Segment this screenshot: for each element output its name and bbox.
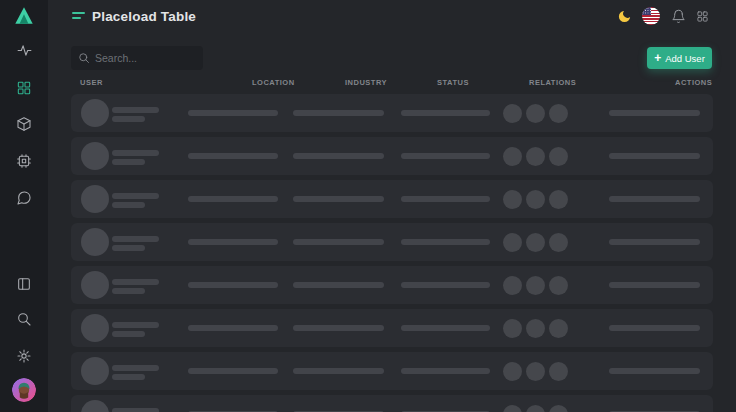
name-placeholder xyxy=(112,322,159,328)
relation-dot-placeholder xyxy=(526,233,545,252)
column-header-relations: RELATIONS xyxy=(529,78,576,87)
industry-placeholder xyxy=(293,325,384,331)
location-placeholder xyxy=(188,153,278,159)
search-input[interactable] xyxy=(71,46,203,70)
relation-dot-placeholder xyxy=(503,276,522,295)
main-content: + Add User USER LOCATION INDUSTRY STATUS… xyxy=(48,32,736,412)
actions-placeholder xyxy=(609,110,700,116)
chip-icon[interactable] xyxy=(12,149,36,173)
table-row xyxy=(71,180,713,218)
relation-dot-placeholder xyxy=(549,233,568,252)
relations-placeholder-group xyxy=(503,104,568,123)
name-placeholder xyxy=(112,365,159,371)
subtitle-placeholder xyxy=(112,374,145,380)
relations-placeholder-group xyxy=(503,190,568,209)
location-placeholder xyxy=(188,368,278,374)
activity-icon[interactable] xyxy=(12,38,36,62)
table-row xyxy=(71,266,713,304)
avatar-placeholder xyxy=(81,400,109,412)
relation-dot-placeholder xyxy=(526,319,545,338)
industry-placeholder xyxy=(293,368,384,374)
top-header: Placeload Table xyxy=(48,0,736,32)
dashboard-grid-icon[interactable] xyxy=(12,76,36,100)
actions-placeholder xyxy=(609,325,700,331)
moon-theme-icon[interactable] xyxy=(616,0,632,32)
name-placeholder xyxy=(112,236,159,242)
relation-dot-placeholder xyxy=(549,319,568,338)
name-placeholder xyxy=(112,408,159,412)
actions-placeholder xyxy=(609,282,700,288)
apps-grid-icon[interactable] xyxy=(695,0,709,32)
name-placeholder xyxy=(112,193,159,199)
relation-dot-placeholder xyxy=(549,362,568,381)
column-header-actions: ACTIONS xyxy=(675,78,712,87)
avatar-placeholder xyxy=(81,185,109,213)
relation-dot-placeholder xyxy=(503,405,522,412)
name-placeholder xyxy=(112,279,159,285)
avatar-placeholder xyxy=(81,99,109,127)
industry-placeholder xyxy=(293,282,384,288)
relations-placeholder-group xyxy=(503,276,568,295)
app-logo-icon[interactable] xyxy=(13,5,35,27)
cube-icon[interactable] xyxy=(12,112,36,136)
actions-placeholder xyxy=(609,239,700,245)
relation-dot-placeholder xyxy=(549,276,568,295)
relation-dot-placeholder xyxy=(503,362,522,381)
avatar-placeholder xyxy=(81,314,109,342)
us-flag-language-icon[interactable] xyxy=(642,0,660,32)
subtitle-placeholder xyxy=(112,116,145,122)
subtitle-placeholder xyxy=(112,288,145,294)
sidebar-search-icon[interactable] xyxy=(12,307,36,331)
relations-placeholder-group xyxy=(503,319,568,338)
relation-dot-placeholder xyxy=(526,362,545,381)
industry-placeholder xyxy=(293,110,384,116)
location-placeholder xyxy=(188,282,278,288)
plus-icon: + xyxy=(654,52,661,64)
add-user-button[interactable]: + Add User xyxy=(647,47,712,69)
relation-dot-placeholder xyxy=(526,104,545,123)
industry-placeholder xyxy=(293,153,384,159)
relation-dot-placeholder xyxy=(503,147,522,166)
avatar-placeholder xyxy=(81,271,109,299)
avatar-placeholder xyxy=(81,142,109,170)
table-row xyxy=(71,94,713,132)
column-header-location: LOCATION xyxy=(252,78,295,87)
panels-layout-icon[interactable] xyxy=(12,272,36,296)
relation-dot-placeholder xyxy=(549,405,568,412)
sidebar-user-avatar[interactable] xyxy=(12,378,36,402)
subtitle-placeholder xyxy=(112,202,145,208)
bell-notifications-icon[interactable] xyxy=(670,0,686,32)
settings-gear-icon[interactable] xyxy=(12,344,36,368)
actions-placeholder xyxy=(609,368,700,374)
location-placeholder xyxy=(188,239,278,245)
status-placeholder xyxy=(401,239,490,245)
location-placeholder xyxy=(188,110,278,116)
relation-dot-placeholder xyxy=(549,147,568,166)
table-row xyxy=(71,309,713,347)
actions-placeholder xyxy=(609,153,700,159)
relation-dot-placeholder xyxy=(526,190,545,209)
relation-dot-placeholder xyxy=(549,190,568,209)
status-placeholder xyxy=(401,196,490,202)
add-user-label: Add User xyxy=(665,53,705,64)
menu-toggle-icon[interactable] xyxy=(72,12,86,20)
search-icon xyxy=(78,52,90,64)
industry-placeholder xyxy=(293,239,384,245)
relation-dot-placeholder xyxy=(549,104,568,123)
status-placeholder xyxy=(401,110,490,116)
status-placeholder xyxy=(401,153,490,159)
status-placeholder xyxy=(401,368,490,374)
relation-dot-placeholder xyxy=(503,104,522,123)
status-placeholder xyxy=(401,325,490,331)
subtitle-placeholder xyxy=(112,331,145,337)
app-window: Placeload Table xyxy=(0,0,736,412)
actions-placeholder xyxy=(609,196,700,202)
chat-bubble-icon[interactable] xyxy=(12,186,36,210)
name-placeholder xyxy=(112,150,159,156)
relations-placeholder-group xyxy=(503,233,568,252)
relation-dot-placeholder xyxy=(503,319,522,338)
table-row xyxy=(71,395,713,412)
table-row xyxy=(71,352,713,390)
table-header-row: USER LOCATION INDUSTRY STATUS RELATIONS … xyxy=(48,78,736,90)
subtitle-placeholder xyxy=(112,159,145,165)
